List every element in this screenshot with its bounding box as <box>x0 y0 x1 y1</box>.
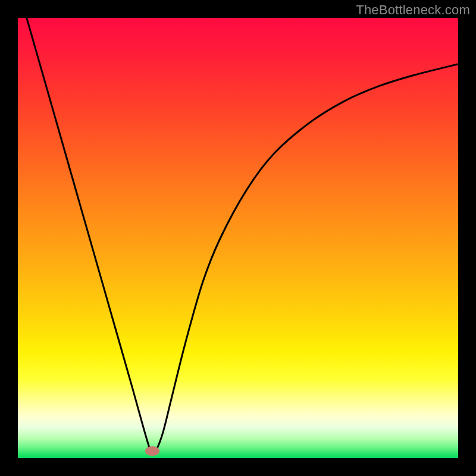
watermark-text: TheBottleneck.com <box>356 2 470 18</box>
chart-frame: TheBottleneck.com <box>0 0 476 476</box>
optimal-point-marker <box>145 446 159 456</box>
bottleneck-curve <box>18 18 458 458</box>
plot-area <box>18 18 458 458</box>
